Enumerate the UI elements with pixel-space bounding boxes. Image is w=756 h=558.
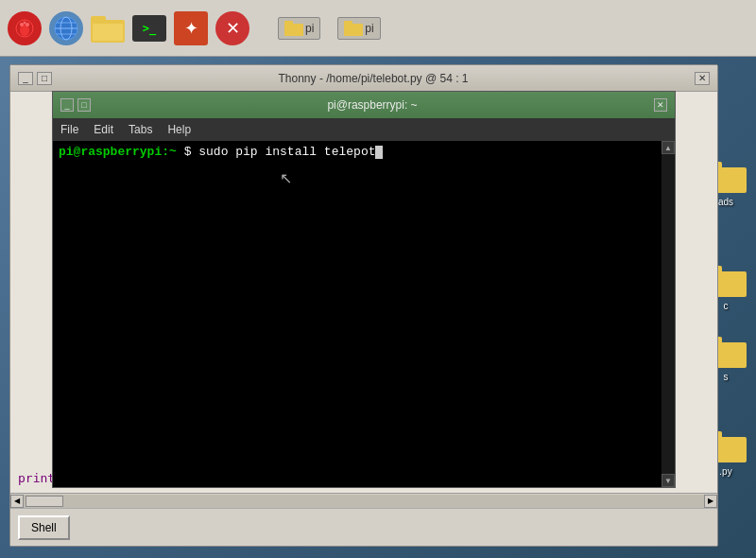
svg-rect-14 (284, 21, 293, 26)
taskbar: >_ ✦ ✕ pi pi (0, 0, 756, 57)
terminal-close-group: ✕ (654, 98, 667, 112)
mouse-cursor: ↖ (280, 169, 292, 187)
terminal-menu-edit[interactable]: Edit (94, 123, 113, 136)
thonny-maximize-button[interactable]: □ (37, 72, 52, 85)
terminal-command: sudo pip install telepot (198, 145, 375, 159)
terminal-window-controls: _ □ (60, 98, 91, 112)
globe-icon[interactable] (47, 9, 85, 47)
terminal-titlebar[interactable]: _ □ pi@raspberrypi: ~ ✕ (53, 92, 675, 118)
desktop-right-folder-1-label: ads (718, 197, 733, 207)
thonny-close-group: ✕ (695, 72, 710, 85)
hscroll-right-button[interactable]: ▶ (704, 495, 717, 508)
terminal-menu-tabs[interactable]: Tabs (129, 123, 152, 136)
terminal-scrollbar: ▲ ▼ (662, 141, 675, 487)
desktop: >_ ✦ ✕ pi pi (0, 0, 756, 558)
svg-point-2 (20, 23, 24, 26)
terminal-scroll-track (662, 154, 675, 474)
terminal-title: pi@raspberrypi: ~ (91, 98, 654, 112)
thonny-title: Thonny - /home/pi/telebot.py @ 54 : 1 (52, 72, 695, 85)
taskbar-folder-group-2[interactable]: pi (337, 17, 380, 40)
terminal-minimize-button[interactable]: _ (60, 98, 74, 112)
thonny-bottom-bar: Shell (10, 508, 717, 546)
terminal-menubar: File Edit Tabs Help (53, 118, 675, 141)
terminal-prompt-dollar: $ (184, 145, 199, 159)
thonny-titlebar[interactable]: _ □ Thonny - /home/pi/telebot.py @ 54 : … (10, 65, 717, 92)
terminal-main[interactable]: pi@raspberrypi:~ $ sudo pip install tele… (53, 141, 662, 487)
thonny-window-controls: _ □ (18, 72, 52, 85)
folder-group-2-label: pi (365, 22, 373, 35)
hscroll-track[interactable] (24, 495, 704, 508)
starred-icon[interactable]: ✦ (172, 9, 210, 47)
terminal-scroll-down-button[interactable]: ▼ (662, 474, 675, 487)
terminal-menu-help[interactable]: Help (167, 123, 191, 136)
shell-button[interactable]: Shell (18, 515, 70, 540)
terminal-cursor (375, 146, 383, 159)
thonny-hscrollbar[interactable]: ◀ ▶ (10, 493, 717, 508)
hscroll-left-button[interactable]: ◀ (10, 495, 24, 508)
terminal-content: pi@raspberrypi:~ $ sudo pip install tele… (53, 141, 675, 487)
folder-manager-icon[interactable] (89, 9, 127, 47)
terminal-prompt-line: pi@raspberrypi:~ $ sudo pip install tele… (59, 145, 656, 159)
desktop-right-folder-3-label: s (724, 372, 729, 382)
svg-point-3 (26, 23, 29, 26)
terminal-taskbar-icon[interactable]: >_ (130, 9, 168, 47)
svg-rect-12 (93, 24, 123, 41)
desktop-right-folder-4-label: .py (719, 466, 731, 477)
security-icon[interactable]: ✕ (214, 9, 251, 47)
thonny-minimize-button[interactable]: _ (18, 72, 33, 85)
terminal-close-button[interactable]: ✕ (654, 98, 667, 112)
folder-group-1-label: pi (305, 22, 314, 35)
raspberry-menu-icon[interactable] (6, 9, 43, 47)
terminal-maximize-button[interactable]: □ (77, 98, 91, 112)
svg-rect-16 (344, 21, 352, 26)
thonny-close-button[interactable]: ✕ (695, 72, 710, 85)
svg-point-4 (24, 21, 26, 24)
terminal-scroll-up-button[interactable]: ▲ (662, 141, 675, 154)
hscroll-thumb[interactable] (26, 496, 63, 507)
taskbar-folder-group-1[interactable]: pi (278, 17, 320, 40)
terminal-prompt-user: pi@raspberrypi:~ (59, 145, 177, 159)
terminal-menu-file[interactable]: File (60, 123, 78, 136)
desktop-right-folder-2-label: c (724, 301, 729, 311)
svg-rect-11 (91, 16, 106, 24)
terminal-window: _ □ pi@raspberrypi: ~ ✕ File Edit Tabs H… (52, 91, 676, 488)
